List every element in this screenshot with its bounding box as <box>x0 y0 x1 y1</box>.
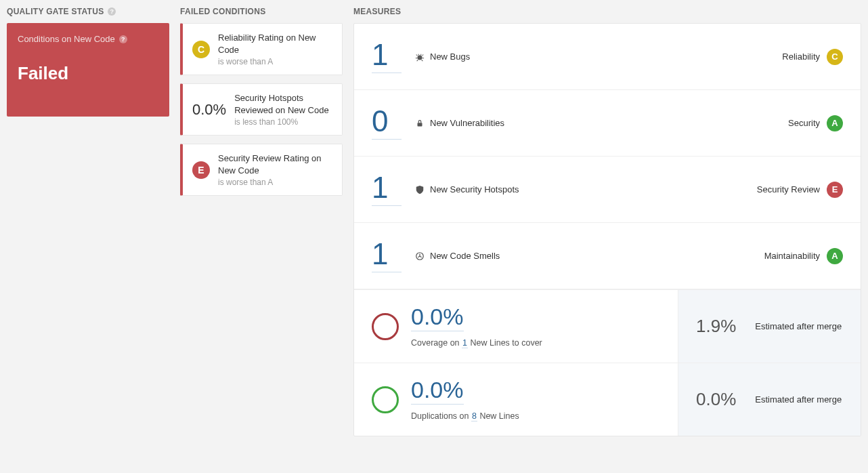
coverage-percent: 0.0% <box>411 305 464 331</box>
measure-label: New Vulnerabilities <box>430 118 504 128</box>
help-icon[interactable]: ? <box>108 7 116 16</box>
coverage-row: 0.0% Coverage on 1 New Lines to cover 1.… <box>354 289 861 363</box>
measure-row-vulnerabilities[interactable]: 0 New Vulnerabilities Security A <box>354 90 861 157</box>
duplications-row: 0.0% Duplications on 8 New Lines 0.0% Es… <box>354 363 861 436</box>
failed-condition-meta: is less than 100% <box>234 117 332 127</box>
coverage-ring-icon <box>372 313 399 340</box>
coverage-lines-link[interactable]: 1 <box>462 338 468 348</box>
failed-condition-card[interactable]: 0.0% Security Hotspots Reviewed on New C… <box>180 83 343 136</box>
coverage-estimate-value: 1.9% <box>696 316 736 337</box>
failed-condition-percent: 0.0% <box>192 101 226 119</box>
measure-row-smells[interactable]: 1 New Code Smells Maintainability A <box>354 223 861 289</box>
lock-icon <box>415 119 425 128</box>
measure-row-bugs[interactable]: 1 New Bugs Reliability C <box>354 24 861 90</box>
measure-label: New Security Hotspots <box>430 184 519 194</box>
measure-category: Security <box>788 118 820 128</box>
failed-conditions-heading: FAILED CONDITIONS <box>180 7 343 16</box>
svg-rect-1 <box>418 123 422 126</box>
shield-icon <box>415 185 425 194</box>
rating-badge-c: C <box>827 49 843 65</box>
duplications-lines-link[interactable]: 8 <box>471 411 477 421</box>
failed-condition-title: Security Hotspots Reviewed on New Code <box>234 92 332 116</box>
quality-gate-status: Failed <box>18 63 158 84</box>
coverage-estimate: 1.9% Estimated after merge <box>678 290 861 363</box>
measure-category: Reliability <box>782 52 820 62</box>
failed-condition-title: Security Review Rating on New Code <box>218 152 332 176</box>
failed-condition-card[interactable]: C Reliability Rating on New Code is wors… <box>180 23 343 75</box>
code-smell-icon <box>415 251 425 261</box>
measure-count: 1 <box>372 173 402 206</box>
coverage-main[interactable]: 0.0% Coverage on 1 New Lines to cover <box>354 290 678 363</box>
rating-badge-e: E <box>827 182 843 198</box>
measure-category: Maintainability <box>764 251 820 261</box>
svg-point-0 <box>418 55 422 60</box>
duplications-ring-icon <box>372 386 399 413</box>
duplications-subtitle: Duplications on 8 New Lines <box>411 411 519 421</box>
rating-badge-a: A <box>827 248 843 264</box>
measures-panel: 1 New Bugs Reliability C 0 <box>353 23 861 436</box>
rating-badge-e: E <box>192 161 210 179</box>
measure-count: 0 <box>372 106 402 140</box>
failed-condition-card[interactable]: E Security Review Rating on New Code is … <box>180 144 343 196</box>
quality-gate-subtitle: Conditions on New Code ? <box>18 34 158 44</box>
coverage-estimate-label: Estimated after merge <box>755 321 842 331</box>
rating-badge-c: C <box>192 41 210 58</box>
bug-icon <box>415 52 425 62</box>
rating-badge-a: A <box>827 115 843 131</box>
measure-row-hotspots[interactable]: 1 New Security Hotspots Security Review … <box>354 157 861 223</box>
help-icon[interactable]: ? <box>119 35 127 43</box>
measure-count: 1 <box>372 40 402 73</box>
quality-gate-card: Conditions on New Code ? Failed <box>7 23 169 117</box>
duplications-main[interactable]: 0.0% Duplications on 8 New Lines <box>354 363 678 436</box>
measures-heading: MEASURES <box>353 7 861 16</box>
quality-gate-heading: QUALITY GATE STATUS ? <box>7 7 169 16</box>
duplications-percent: 0.0% <box>411 378 464 405</box>
duplications-estimate-value: 0.0% <box>696 389 736 410</box>
measure-label: New Code Smells <box>430 251 500 261</box>
failed-condition-meta: is worse than A <box>218 57 332 66</box>
measure-label: New Bugs <box>430 52 470 62</box>
coverage-subtitle: Coverage on 1 New Lines to cover <box>411 338 542 348</box>
measure-category: Security Review <box>757 184 820 194</box>
duplications-estimate-label: Estimated after merge <box>755 394 842 405</box>
measure-count: 1 <box>372 239 402 272</box>
failed-condition-title: Reliability Rating on New Code <box>218 32 332 56</box>
failed-condition-meta: is worse than A <box>218 178 332 187</box>
duplications-estimate: 0.0% Estimated after merge <box>678 363 861 436</box>
